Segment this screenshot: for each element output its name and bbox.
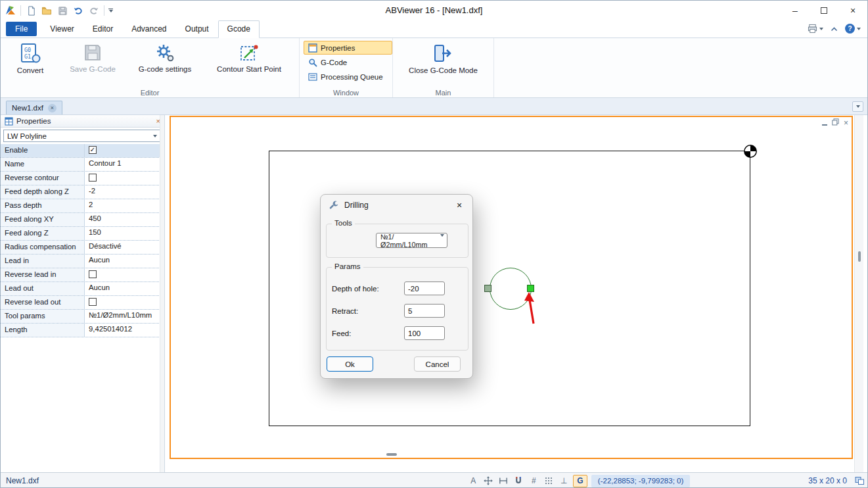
mdi-close-icon[interactable]: × bbox=[844, 120, 848, 127]
property-value[interactable]: Contour 1 bbox=[85, 158, 160, 171]
chevron-down-icon[interactable] bbox=[440, 237, 444, 245]
minimize-button[interactable]: – bbox=[781, 1, 810, 20]
checkbox-unchecked[interactable] bbox=[89, 298, 97, 306]
properties-panel: Properties × LW Polyline Enable ✓ Name C… bbox=[1, 115, 165, 472]
help-button[interactable]: ? bbox=[845, 24, 861, 34]
snap-points-icon[interactable] bbox=[543, 475, 555, 487]
tab-file[interactable]: File bbox=[6, 22, 37, 36]
property-value[interactable]: Désactivé bbox=[85, 241, 160, 254]
panel-scrollbar[interactable] bbox=[160, 115, 164, 472]
property-value[interactable]: Aucun bbox=[85, 282, 160, 295]
dialog-title: Drilling bbox=[344, 201, 369, 210]
retract-field[interactable] bbox=[404, 304, 445, 318]
close-button[interactable]: × bbox=[838, 1, 867, 20]
property-row: Feed along Z 150 bbox=[1, 227, 160, 241]
property-row: Lead in Aucun bbox=[1, 255, 160, 268]
redo-icon[interactable] bbox=[88, 5, 100, 16]
tab-editor[interactable]: Editor bbox=[83, 20, 122, 38]
params-group-label: Params bbox=[332, 262, 363, 270]
property-value[interactable]: 9,425014012 bbox=[85, 324, 160, 337]
property-value[interactable]: №1/Ø2mm/L10mm bbox=[85, 310, 160, 323]
property-value[interactable]: -2 bbox=[85, 185, 160, 199]
group-label-editor: Editor bbox=[1, 89, 299, 97]
property-label: Radius compensation bbox=[1, 241, 85, 254]
property-label: Length bbox=[1, 324, 85, 337]
chevron-down-icon[interactable] bbox=[150, 131, 160, 141]
print-dropdown-icon[interactable] bbox=[819, 28, 823, 30]
property-row: Name Contour 1 bbox=[1, 158, 160, 172]
horizontal-scrollbar-thumb[interactable] bbox=[386, 453, 397, 456]
window-gcode-item[interactable]: G-Code bbox=[304, 55, 392, 69]
help-dropdown-icon[interactable] bbox=[857, 28, 861, 30]
tool-select[interactable]: №1/Ø2mm/L10mm bbox=[376, 233, 447, 248]
checkbox-unchecked[interactable] bbox=[89, 174, 97, 182]
maximize-button[interactable] bbox=[810, 1, 838, 20]
tab-advanced[interactable]: Advanced bbox=[122, 20, 175, 38]
new-document-icon[interactable] bbox=[25, 5, 37, 16]
undo-icon[interactable] bbox=[72, 5, 84, 16]
open-file-icon[interactable] bbox=[41, 5, 53, 16]
panels-icon[interactable] bbox=[855, 476, 868, 485]
vertical-scrollbar-thumb[interactable] bbox=[858, 251, 861, 262]
property-value[interactable] bbox=[85, 296, 160, 309]
checkbox-unchecked[interactable] bbox=[89, 270, 97, 278]
collapse-ribbon-button[interactable] bbox=[831, 24, 838, 34]
property-value[interactable]: 450 bbox=[85, 213, 160, 226]
document-tab-new1[interactable]: New1.dxf × bbox=[6, 101, 62, 114]
gcode-coords-toggle[interactable]: G bbox=[573, 475, 587, 487]
dialog-close-icon[interactable]: × bbox=[446, 195, 472, 216]
property-value[interactable] bbox=[85, 268, 160, 281]
separator bbox=[20, 5, 21, 16]
contour-handle-right[interactable] bbox=[527, 285, 534, 292]
property-label: Name bbox=[1, 158, 85, 171]
property-value[interactable]: 2 bbox=[85, 199, 160, 212]
text-style-icon[interactable]: A bbox=[467, 475, 480, 487]
tab-gcode[interactable]: Gcode bbox=[218, 20, 260, 38]
properties-panel-header: Properties × bbox=[1, 115, 164, 128]
cancel-button[interactable]: Cancel bbox=[414, 356, 461, 372]
vertical-scrollbar[interactable] bbox=[854, 115, 863, 472]
checkbox-checked[interactable]: ✓ bbox=[89, 146, 97, 154]
tab-output[interactable]: Output bbox=[176, 20, 218, 38]
grid-icon[interactable]: # bbox=[528, 475, 540, 487]
property-grid: Enable ✓ Name Contour 1 Reverse contour … bbox=[1, 144, 160, 337]
save-gcode-icon bbox=[83, 43, 103, 62]
customize-toolbar-icon[interactable] bbox=[108, 9, 113, 13]
property-row: Lead out Aucun bbox=[1, 282, 160, 296]
drawing-viewport[interactable]: × bbox=[170, 116, 853, 459]
group-label-window: Window bbox=[300, 89, 392, 97]
gear-icon bbox=[155, 43, 175, 62]
tab-list-dropdown-button[interactable] bbox=[852, 101, 863, 112]
property-label: Feed along XY bbox=[1, 213, 85, 226]
magnet-snap-icon[interactable] bbox=[513, 475, 525, 487]
measure-icon[interactable] bbox=[497, 475, 510, 487]
depth-of-hole-field[interactable] bbox=[404, 281, 445, 295]
entity-type-select[interactable]: LW Polyline bbox=[3, 130, 162, 142]
cursor-coordinates: (-22,28853; -9,799283; 0) bbox=[591, 475, 690, 487]
property-value[interactable]: ✓ bbox=[85, 144, 160, 157]
document-tab-bar: New1.dxf × bbox=[1, 98, 867, 115]
feed-field[interactable] bbox=[404, 326, 445, 340]
magnifier-icon bbox=[308, 58, 317, 67]
property-value[interactable] bbox=[85, 172, 160, 185]
property-value[interactable]: 150 bbox=[85, 227, 160, 240]
move-icon[interactable] bbox=[482, 475, 495, 487]
property-value[interactable]: Aucun bbox=[85, 255, 160, 268]
property-label: Reverse lead out bbox=[1, 296, 85, 309]
feed-label: Feed: bbox=[332, 329, 351, 337]
status-bar: New1.dxf A # ⊥ G (-22,28853; -9,799283; … bbox=[1, 472, 868, 488]
tab-close-icon[interactable]: × bbox=[48, 104, 57, 112]
help-icon: ? bbox=[845, 24, 855, 34]
contour-handle-left[interactable] bbox=[484, 285, 491, 292]
mdi-restore-icon[interactable] bbox=[832, 118, 839, 128]
tab-viewer[interactable]: Viewer bbox=[41, 20, 83, 38]
property-label: Reverse lead in bbox=[1, 268, 85, 281]
ok-button[interactable]: Ok bbox=[327, 356, 373, 372]
print-button[interactable] bbox=[808, 24, 823, 34]
mdi-minimize-icon[interactable] bbox=[822, 124, 827, 126]
ortho-icon[interactable]: ⊥ bbox=[558, 475, 570, 487]
window-properties-item[interactable]: Properties bbox=[304, 41, 392, 55]
processing-queue-item[interactable]: Processing Queue bbox=[304, 70, 392, 84]
save-icon[interactable] bbox=[57, 5, 68, 16]
property-row: Enable ✓ bbox=[1, 144, 160, 158]
